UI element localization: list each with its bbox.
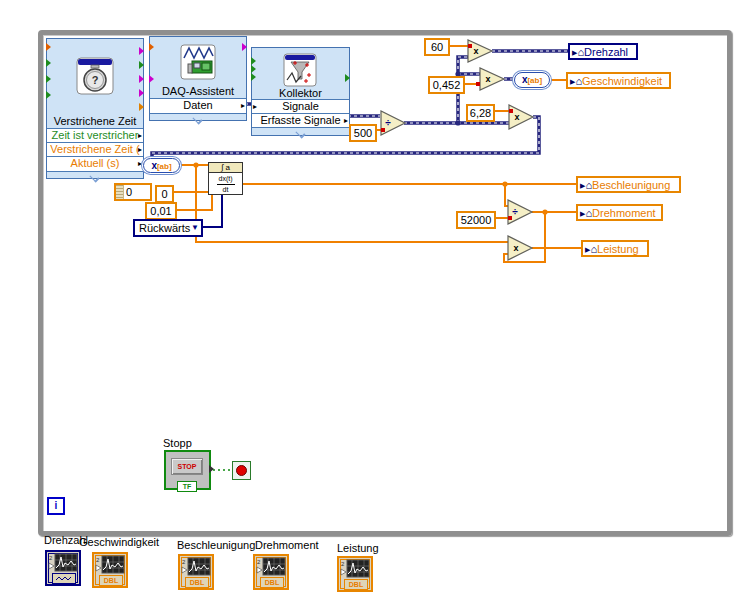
svg-text:2: 2 bbox=[96, 557, 100, 563]
svg-text:2: 2 bbox=[257, 559, 261, 565]
svg-text:2: 2 bbox=[341, 561, 345, 567]
input-arrow-icon bbox=[251, 65, 256, 73]
constant-500[interactable]: 500 bbox=[349, 124, 377, 142]
terminal-icon-drehzahl[interactable]: 2 0,0 1,0 bbox=[45, 550, 81, 586]
constant-0452[interactable]: 0,452 bbox=[428, 76, 465, 94]
express-collapse-strip[interactable] bbox=[47, 171, 143, 178]
indicator-beschleunigung[interactable]: ▶⌂Beschleunigung bbox=[576, 176, 681, 193]
constant-001[interactable]: 0,01 bbox=[145, 202, 177, 220]
dynamic-glyph-icon bbox=[55, 575, 73, 582]
express-output-daten[interactable]: Daten▸ bbox=[150, 98, 246, 113]
indicator-drehmoment[interactable]: ▶⌂Drehmoment bbox=[576, 204, 663, 221]
express-output-zeit-ist-verstrichen[interactable]: Zeit ist verstricher▸ bbox=[47, 128, 143, 142]
svg-text:2: 2 bbox=[49, 555, 53, 561]
derivative-body: dx(t) dt bbox=[209, 173, 242, 194]
input-arrow-icon bbox=[251, 57, 256, 65]
express-output-aktuell-s[interactable]: Aktuell (s)▸ bbox=[47, 156, 143, 171]
express-title: Kollektor bbox=[252, 87, 349, 99]
terminal-out-arrow-icon bbox=[209, 465, 214, 473]
dropdown-arrow-icon[interactable]: ▼ bbox=[191, 221, 199, 235]
terminal-icon-beschleunigung[interactable]: 2 0,0 1,0 DBL bbox=[178, 554, 214, 590]
input-arrow-icon bbox=[149, 43, 154, 51]
output-arrow-icon bbox=[139, 61, 144, 69]
express-input-signale[interactable]: ▸Signale bbox=[252, 99, 349, 113]
stop-button[interactable]: STOP bbox=[171, 458, 203, 475]
express-vi-elapsed-time[interactable]: ? Verstrichene Zeit Zeit ist verstricher… bbox=[46, 38, 144, 179]
terminal-icon-leistung[interactable]: 2 0,0 1,0 DBL bbox=[337, 556, 373, 592]
terminal-icon-drehmoment[interactable]: 2 0,0 1,0 DBL bbox=[253, 554, 289, 590]
row-arrow-icon: ▸ bbox=[344, 114, 348, 127]
constant-0-b[interactable]: 0 bbox=[155, 185, 174, 203]
input-arrow-icon bbox=[149, 75, 154, 83]
conversion-ab-glyph: [ab] bbox=[157, 162, 172, 171]
constant-60[interactable]: 60 bbox=[424, 38, 450, 56]
radix-strip bbox=[116, 185, 124, 199]
express-collapse-strip[interactable] bbox=[252, 127, 349, 135]
express-vi-collector[interactable]: Kollektor ▸Signale Erfasste Signale▸ bbox=[251, 47, 350, 136]
express-title: Verstrichene Zeit bbox=[47, 115, 143, 127]
convert-from-dynamic-node[interactable]: x[ab] bbox=[143, 158, 180, 173]
tf-label: TF bbox=[177, 481, 197, 492]
loop-condition-terminal[interactable] bbox=[232, 461, 251, 480]
labview-block-diagram: x x x ÷ ÷ x i ? Verstrichene Zeit Zeit i… bbox=[0, 0, 754, 614]
terminal-label-leistung: Leistung bbox=[337, 542, 379, 554]
dbl-type-tab: DBL bbox=[99, 575, 123, 586]
terminal-label-geschwindigkeit: Geschwindigkeit bbox=[79, 536, 159, 548]
stop-label: Stopp bbox=[163, 437, 192, 449]
row-arrow-icon: ▸ bbox=[138, 157, 142, 170]
svg-text:?: ? bbox=[92, 74, 99, 86]
dynamic-type-tab bbox=[52, 573, 76, 584]
input-arrow-icon bbox=[46, 91, 51, 99]
row-arrow-icon: ▸ bbox=[138, 129, 142, 142]
derivative-node[interactable]: ∫ a dx(t) dt bbox=[208, 162, 243, 195]
terminal-icon-geschwindigkeit[interactable]: 2 0,0 1,0 DBL bbox=[92, 552, 128, 588]
daq-assistant-icon bbox=[180, 44, 216, 80]
express-collapse-strip[interactable] bbox=[150, 113, 246, 120]
stop-sign-icon bbox=[236, 465, 247, 476]
express-output-verstrichene-zeit[interactable]: Verstrichene Zeit (▸ bbox=[47, 142, 143, 156]
constant-52000[interactable]: 52000 bbox=[456, 211, 496, 229]
iteration-terminal[interactable]: i bbox=[47, 497, 65, 515]
svg-text:2: 2 bbox=[182, 559, 186, 565]
conversion-ab-glyph: [ab] bbox=[527, 76, 542, 85]
constant-628[interactable]: 6,28 bbox=[466, 104, 495, 122]
terminal-label-drehmoment: Drehmoment bbox=[255, 539, 319, 551]
fraction-line bbox=[217, 184, 235, 185]
convert-from-dynamic-node[interactable]: x[ab] bbox=[514, 72, 550, 88]
derivative-header: ∫ a bbox=[209, 163, 242, 173]
express-output-erfasste-signale[interactable]: Erfasste Signale▸ bbox=[252, 113, 349, 127]
stop-button-terminal[interactable]: STOP TF bbox=[164, 450, 211, 490]
enum-rueckwaerts[interactable]: Rückwärts ▼ bbox=[133, 219, 203, 237]
terminal-label-beschleunigung: Beschleunigung bbox=[177, 539, 255, 551]
output-arrow-icon bbox=[139, 89, 144, 97]
row-arrow-icon: ▸ bbox=[241, 99, 245, 112]
output-arrow-icon bbox=[345, 74, 350, 82]
input-arrow-icon bbox=[46, 43, 51, 51]
dbl-type-tab: DBL bbox=[185, 577, 209, 588]
output-arrow-icon bbox=[242, 43, 247, 51]
output-arrow-icon bbox=[139, 103, 144, 111]
dbl-type-tab: DBL bbox=[260, 577, 284, 588]
input-arrow-icon bbox=[46, 59, 51, 67]
express-vi-daq-assistant[interactable]: DAQ-Assistent Daten▸ bbox=[149, 36, 247, 121]
row-arrow-icon: ▸ bbox=[253, 100, 257, 113]
input-arrow-icon bbox=[251, 73, 256, 81]
output-arrow-icon bbox=[139, 75, 144, 83]
indicator-geschwindigkeit[interactable]: ▶⌂Geschwindigkeit bbox=[566, 72, 671, 89]
row-arrow-icon: ▸ bbox=[138, 143, 142, 156]
collector-icon bbox=[283, 53, 317, 87]
express-title: DAQ-Assistent bbox=[150, 85, 246, 97]
input-arrow-icon bbox=[46, 75, 51, 83]
indicator-drehzahl[interactable]: ▶⌂Drehzahl bbox=[568, 43, 638, 60]
output-arrow-icon bbox=[139, 47, 144, 55]
elapsed-time-icon: ? bbox=[76, 57, 114, 95]
dbl-type-tab: DBL bbox=[344, 579, 368, 590]
constant-0-a[interactable]: 0 bbox=[114, 183, 152, 201]
indicator-leistung[interactable]: ▶⌂Leistung bbox=[581, 240, 649, 257]
